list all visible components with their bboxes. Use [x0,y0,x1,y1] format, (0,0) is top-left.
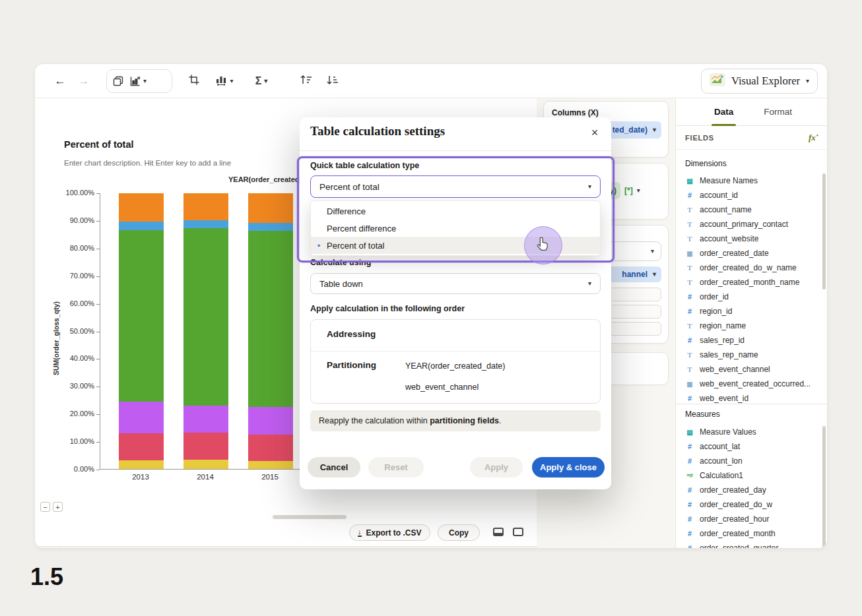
field-row[interactable]: #order_created_hour [676,512,825,526]
bar-segment-orange[interactable] [183,193,228,220]
aggregate-button[interactable]: Σ ▾ [246,71,277,92]
field-row[interactable]: #region_id [676,304,825,319]
horizontal-scrollbar[interactable] [273,515,347,519]
field-label: web_event_id [700,394,748,403]
bar-segment-orange[interactable] [119,193,164,222]
zoom-in-button[interactable]: + [53,502,63,512]
hash-field-icon: # [685,443,694,450]
quick-calc-type-select[interactable]: Percent of total ▾ [310,175,601,198]
y-axis-tick [96,442,100,443]
bar-segment-green[interactable] [119,230,164,402]
field-row[interactable]: Taccount_name [676,202,825,217]
note-text: . [499,416,501,425]
app-switcher[interactable]: Visual Explorer ▾ [701,69,818,94]
bar-segment-yellow[interactable] [248,461,293,469]
dropdown-option[interactable]: Difference [311,202,600,220]
bar-segment-yellow[interactable] [119,460,164,469]
field-row[interactable]: ▦order_created_date [676,246,825,261]
x-axis-label: 2014 [185,473,225,481]
bar-segment-green[interactable] [183,228,228,406]
chart-bar-2014[interactable] [183,193,228,469]
field-row[interactable]: #order_created_do_w [676,497,825,512]
measures-scrollbar[interactable] [822,426,826,548]
partitioning-field[interactable]: YEAR(order_created_date) [405,361,505,371]
crop-button[interactable] [183,71,205,92]
back-button[interactable]: ← [50,71,71,92]
field-row[interactable]: #order_created_month [676,526,825,541]
export-csv-label: Export to .CSV [366,528,422,538]
field-label: account_name [700,205,752,214]
bar-segment-purple[interactable] [248,407,293,435]
hash-field-icon: # [685,515,694,523]
text-field-icon: T [685,235,694,243]
reset-button[interactable]: Reset [368,457,424,477]
cancel-button[interactable]: Cancel [308,457,360,477]
bar-segment-purple[interactable] [119,402,164,433]
columns-field-pill-label: ted_date) [613,125,647,135]
field-row[interactable]: Tsales_rep_name [676,348,825,362]
copy-button[interactable]: Copy [438,524,480,541]
field-row[interactable]: ▤Measure Names [676,173,825,188]
field-row[interactable]: ▤Measure Values [676,425,825,439]
field-row[interactable]: #order_created_quarter [676,541,825,549]
field-row[interactable]: Taccount_website [676,231,825,246]
cursor-highlight [524,226,562,264]
sort-descending-button[interactable] [320,71,344,92]
field-row[interactable]: #account_lat [676,439,825,454]
chart-type-button[interactable]: ▾ [209,71,240,92]
tab-format[interactable]: Format [764,98,792,125]
expand-panel-icon[interactable] [513,528,523,536]
bar-segment-green[interactable] [248,231,293,408]
marks-field-pill-label: hannel [622,270,647,279]
field-row[interactable]: ▦web_event_created_occurred... [676,377,825,391]
calc-order-label: Apply calculation in the following order [310,304,465,313]
field-row[interactable]: =#Calculation1 [676,468,825,483]
bar-segment-red[interactable] [248,435,293,461]
bar-segment-orange[interactable] [248,193,293,223]
field-row[interactable]: #account_id [676,188,825,202]
field-row[interactable]: #order_created_day [676,483,825,497]
y-axis-tick [96,193,100,194]
tab-data[interactable]: Data [714,98,733,125]
collapse-panel-icon[interactable] [493,528,504,536]
bar-segment-red[interactable] [119,433,164,460]
bar-segment-red[interactable] [183,433,228,460]
dimensions-scrollbar[interactable] [822,173,826,290]
add-calculation-icon[interactable]: fx+ [809,132,819,143]
chart-description[interactable]: Enter chart description. Hit Enter key t… [64,159,231,167]
forward-button[interactable]: → [73,71,94,92]
chart-bar-2013[interactable] [119,193,164,469]
bar-segment-yellow[interactable] [183,460,228,469]
field-row[interactable]: Torder_created_month_name [676,275,825,290]
pivot-flag: [*] [624,186,633,195]
field-label: Calculation1 [700,471,743,480]
field-row[interactable]: #sales_rep_id [676,333,825,348]
bar-segment-blue[interactable] [248,223,293,231]
partitioning-field[interactable]: web_event_channel [405,383,479,392]
y-axis-tick [96,249,100,249]
sort-ascending-button[interactable] [294,71,317,92]
hash-field-icon: # [685,336,694,344]
bar-segment-blue[interactable] [119,222,164,230]
field-row[interactable]: Torder_created_do_w_name [676,261,825,275]
close-icon[interactable]: × [587,125,602,140]
apply-button[interactable]: Apply [470,457,523,477]
field-row[interactable]: #order_id [676,290,825,304]
field-row[interactable]: Tregion_name [676,319,825,333]
field-row[interactable]: Tweb_event_channel [676,362,825,377]
duplicate-chart-icon[interactable] [112,75,124,87]
export-csv-button[interactable]: ↓ Export to .CSV [349,524,430,541]
fields-header: FIELDS fx+ [676,126,828,150]
field-row[interactable]: #web_event_id [676,391,825,404]
chart-title[interactable]: Percent of total [64,139,134,150]
zoom-out-button[interactable]: − [40,502,50,512]
bar-segment-purple[interactable] [183,406,228,433]
field-row[interactable]: Taccount_primary_contact [676,217,825,231]
bar-segment-blue[interactable] [183,220,228,228]
apply-and-close-button[interactable]: Apply & close [532,457,605,477]
chart-bar-2015[interactable] [248,193,293,469]
hash-field-icon: # [685,530,694,538]
field-row[interactable]: #account_lon [676,454,825,468]
calculate-using-select[interactable]: Table down ▾ [310,273,601,294]
remove-chart-icon[interactable]: ▾ [129,75,147,87]
